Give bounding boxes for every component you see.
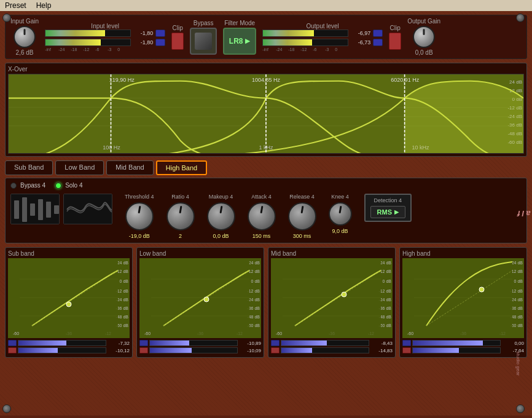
threshold-group: Threshold 4 -19,0 dB: [125, 194, 154, 239]
band-display-0: Sub band 24 dB 12 dB 0 dB -12 dB -24 dB …: [5, 247, 133, 358]
band-meter2-fill-0: [18, 348, 58, 353]
bypass-btn[interactable]: [190, 28, 217, 55]
knee-knob[interactable]: [329, 202, 352, 226]
band-btn-blue-3[interactable]: [402, 340, 411, 346]
band-controls-row1: Bypass 4 Solo 4: [10, 182, 522, 189]
detection-label: Detection 4: [374, 197, 402, 203]
band-controls: Bypass 4 Solo 4: [5, 178, 527, 243]
release-group: Release 4 300 ms: [288, 194, 316, 239]
band-meter1-fill-2: [281, 341, 327, 345]
band-display-1: Low band 24 dB 12 dB 0 dB -12 dB -24 dB …: [136, 247, 264, 358]
clip-group-right: Clip: [389, 25, 401, 50]
knee-value: 9,0 dB: [332, 228, 348, 234]
output-level-label: Output level: [262, 23, 383, 30]
corner-screw-br: [516, 404, 525, 413]
ratio-knob[interactable]: [166, 202, 195, 231]
filter-mode-label: Filter Mode: [224, 20, 255, 26]
release-label: Release 4: [289, 194, 315, 200]
band-btn-red-0[interactable]: [8, 347, 17, 353]
band-curve-svg-0: [8, 258, 130, 338]
tab-mid-band[interactable]: Mid Band: [106, 160, 153, 175]
solo-toggle-group: Solo 4: [55, 182, 82, 189]
menu-help[interactable]: Help: [36, 1, 52, 10]
input-level-group: Input level -1,80 -1,80: [45, 23, 165, 52]
tab-low-band[interactable]: Low Band: [55, 160, 104, 175]
makeup-knob[interactable]: [207, 202, 235, 231]
threshold-knob[interactable]: [125, 202, 154, 231]
band-controls-row2: Threshold 4 -19,0 dB Ratio 4 2 Makeup 4 …: [10, 194, 522, 239]
corner-screw-bl: [2, 404, 11, 413]
band-meter2-3: [412, 347, 501, 353]
input-meter-btn-1[interactable]: [155, 30, 165, 37]
band-meter1-val-2: -8,43: [370, 341, 393, 346]
xover-section: X-Over 119,90 Hz 1004,35 Hz 6020,91 Hz 2…: [5, 63, 527, 157]
clip-btn-left[interactable]: [171, 33, 184, 50]
band-display-3: High band 24 dB 12 dB 0 dB -12 dB -24 dB…: [399, 247, 527, 358]
output-meters: -6,97 -6,73: [262, 30, 383, 46]
attack-knob[interactable]: [248, 202, 276, 231]
band-meter-row2-3: -7,64: [402, 347, 524, 353]
tab-sub-band[interactable]: Sub Band: [5, 160, 53, 175]
input-meter-fill-1: [45, 30, 105, 36]
attack-label: Attack 4: [251, 194, 272, 200]
filter-mode-group: Filter Mode LR8 ▶: [223, 20, 256, 55]
input-meter-val-2: -1,80: [133, 39, 153, 45]
release-knob[interactable]: [288, 202, 316, 231]
band-btn-red-3[interactable]: [402, 347, 411, 353]
band-btn-red-2[interactable]: [271, 347, 280, 353]
band-graph-0: 24 dB 12 dB 0 dB -12 dB -24 dB -36 dB -4…: [8, 258, 130, 338]
bypass-inner: [195, 33, 212, 50]
output-gain-knob[interactable]: [413, 26, 435, 48]
input-level-label: Input level: [45, 23, 165, 30]
output-gain-value: 0,0 dB: [415, 49, 433, 56]
band-meter2-fill-1: [150, 348, 192, 353]
tab-high-band[interactable]: High Band: [156, 160, 207, 175]
bottom-bands: Sub band 24 dB 12 dB 0 dB -12 dB -24 dB …: [5, 247, 527, 358]
knee-group: Knee 4 9,0 dB: [329, 194, 352, 234]
svg-rect-24: [151, 258, 249, 338]
svg-rect-16: [54, 205, 59, 214]
svg-point-29: [204, 297, 209, 302]
bypass-toggle-group: Bypass 4: [10, 182, 45, 189]
band-btn-blue-0[interactable]: [8, 340, 17, 346]
bypass-led[interactable]: [10, 183, 17, 189]
band-meter2-fill-3: [413, 348, 459, 353]
input-meters: -1,80 -1,80: [45, 30, 165, 46]
band-meter1-fill-3: [413, 341, 483, 345]
ratio-value: 2: [179, 233, 182, 239]
band-meter1-0: [18, 340, 106, 346]
band-curve-svg-3: [402, 258, 524, 338]
threshold-value: -19,0 dB: [129, 233, 150, 239]
output-meter-row-2: -6,73: [262, 39, 383, 46]
input-meter-row-2: -1,80: [45, 39, 165, 46]
band-btn-blue-2[interactable]: [271, 340, 280, 346]
band-graph-2: 24 dB 12 dB 0 dB -12 dB -24 dB -36 dB -4…: [271, 258, 393, 338]
xover-display[interactable]: 119,90 Hz 1004,35 Hz 6020,91 Hz 24 dB 12…: [8, 74, 524, 154]
waveform-group: [10, 194, 112, 224]
svg-point-35: [342, 292, 346, 297]
filter-mode-btn[interactable]: LR8 ▶: [223, 28, 256, 55]
clip-btn-right[interactable]: [389, 33, 401, 50]
xover-label: X-Over: [8, 66, 524, 73]
band-display-label-2: Mid band: [271, 250, 393, 257]
solo4-label: Solo 4: [65, 182, 82, 189]
band-meter1-val-3: 0,00: [502, 341, 524, 346]
band-btn-red-1[interactable]: [139, 347, 148, 353]
bypass-label: Bypass: [194, 20, 214, 26]
input-meter-bar-1: [45, 30, 131, 37]
input-meter-bar-2: [45, 39, 131, 46]
band-meter2-val-1: -10,09: [239, 348, 261, 353]
output-meter-btn-1[interactable]: [373, 30, 383, 37]
bypass-group: Bypass: [190, 20, 217, 55]
main-container: Input Gain 2,6 dB Input level -1,80: [0, 11, 532, 416]
input-gain-knob[interactable]: [14, 26, 36, 48]
menu-preset[interactable]: Preset: [5, 1, 26, 10]
band-meter1-1: [149, 340, 238, 346]
rms-btn[interactable]: RMS ▶: [370, 206, 405, 218]
solo-led[interactable]: [55, 183, 61, 189]
band-btn-blue-1[interactable]: [139, 340, 148, 346]
output-meter-btn-2[interactable]: [373, 39, 383, 46]
input-meter-btn-2[interactable]: [155, 39, 165, 46]
band-meter2-2: [281, 347, 369, 353]
output-meter-fill-2: [263, 39, 312, 45]
